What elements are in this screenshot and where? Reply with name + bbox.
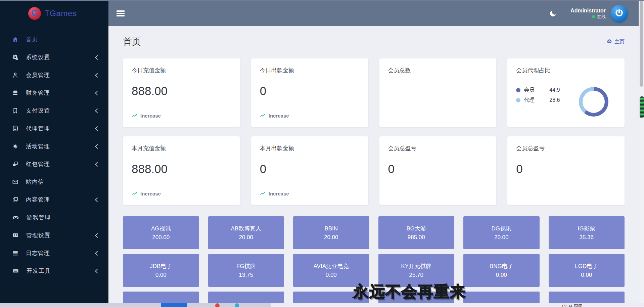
sidebar-item-label: 支付设置 [26, 107, 50, 115]
card-title: 会员总数 [388, 67, 488, 74]
stat-card-member-agent-ratio: 会员代理占比 会员 44.9 代理 28.6 [507, 58, 625, 127]
breadcrumb[interactable]: 主页 [607, 39, 625, 45]
chevron-left-icon [95, 268, 100, 273]
game-button-ab[interactable]: AB欧博真人20.00 [208, 216, 284, 249]
user-menu[interactable]: Administrator 在线 [570, 7, 606, 19]
sidebar-item-label: 首页 [26, 36, 38, 43]
game-button-bng[interactable]: BNG电子0.00 [463, 254, 540, 287]
online-status-dot [592, 15, 595, 18]
sidebar-item-system-settings[interactable]: 系统设置 [0, 48, 108, 66]
taskbar-tray-panel [271, 303, 644, 307]
sidebar-item-activities[interactable]: 活动管理 [0, 137, 108, 155]
taskbar-app-icon[interactable] [215, 303, 220, 307]
chevron-left-icon [95, 73, 100, 77]
sidebar-item-dev-tools[interactable]: 开发工具 [0, 262, 108, 280]
page-title: 首页 [123, 36, 141, 48]
brand-name: TGames [45, 9, 77, 18]
card-title: 会员总盈亏 [516, 144, 616, 152]
window-top-strip [0, 0, 644, 1]
page-scrollbar[interactable] [639, 1, 644, 307]
chevron-left-icon [95, 197, 100, 202]
donut-legend: 会员 44.9 代理 28.6 [516, 85, 560, 105]
sidebar-item-home[interactable]: 首页 [0, 31, 108, 48]
envelope-icon [12, 179, 18, 185]
stat-card-today-deposit: 今日充值金额 888.00 Increase [123, 58, 240, 127]
stat-cards-row-2: 本月充值金额 888.00 Increase 本月出款金额 0 Increase… [123, 136, 625, 205]
gears-icon [12, 54, 18, 60]
sidebar-item-agents[interactable]: 代理管理 [0, 120, 108, 137]
game-button-ag[interactable]: AG视讯200.00 [123, 216, 199, 249]
main-content: 首页 主页 今日充值金额 888.00 Increase 今日出款金额 0 In… [108, 26, 639, 307]
hamburger-menu-button[interactable] [117, 9, 125, 17]
address-book-icon [12, 125, 18, 132]
sidebar-item-members[interactable]: 会员管理 [0, 66, 108, 84]
taskbar-clock: 15:34 周四 [561, 303, 582, 307]
taskbar-app-icon[interactable] [235, 303, 239, 307]
sidebar-item-games[interactable]: 游戏管理 [0, 209, 108, 226]
stat-card-month-withdraw: 本月出款金额 0 Increase [251, 136, 368, 205]
legend-item-agents: 代理 28.6 [516, 95, 560, 105]
sidebar-item-logs[interactable]: 日志管理 [0, 244, 108, 262]
game-button-bbin[interactable]: BBIN20.00 [293, 216, 369, 249]
sidebar-item-content[interactable]: 内容管理 [0, 191, 108, 209]
card-footer-label: Increase [140, 113, 161, 119]
keyboard-icon [12, 268, 19, 274]
card-footer-label: Increase [140, 191, 161, 196]
packet-icon [12, 161, 18, 167]
trend-up-icon [132, 190, 138, 197]
stat-card-total-members: 会员总数 [379, 58, 497, 127]
scrollbar-marker [640, 96, 644, 118]
game-button-lgd[interactable]: LGD电子0.00 [549, 254, 625, 287]
sidebar-item-payment[interactable]: 支付设置 [0, 102, 108, 120]
donut-chart [579, 87, 608, 117]
user-icon [12, 72, 18, 78]
chevron-left-icon [95, 233, 100, 237]
taskbar-active-app[interactable] [161, 303, 187, 307]
legend-dot [516, 98, 520, 102]
online-status-label: 在线 [597, 14, 606, 19]
game-button-jdb[interactable]: JDB电子0.00 [123, 254, 199, 287]
database-icon [12, 90, 18, 96]
sidebar: G TGames 首页 系统设置 会员管理 财务管理 支付设置 [0, 0, 108, 307]
notifications-bell-icon[interactable] [532, 9, 540, 17]
sidebar-menu: 首页 系统设置 会员管理 财务管理 支付设置 代理管理 [0, 31, 108, 280]
list-icon [12, 250, 18, 256]
brand-logo-icon: G [28, 7, 41, 20]
legend-dot [516, 88, 520, 92]
sidebar-item-label: 开发工具 [27, 267, 51, 275]
sidebar-item-label: 内容管理 [26, 196, 50, 204]
bookmark-icon [12, 107, 18, 114]
card-title: 会员总盈亏 [388, 144, 488, 152]
sidebar-item-messages[interactable]: 站内信 [0, 173, 108, 191]
chevron-left-icon [95, 162, 100, 166]
sidebar-item-red-packets[interactable]: 红包管理 [0, 155, 108, 173]
sidebar-item-label: 财务管理 [26, 89, 50, 97]
card-footer-label: Increase [269, 113, 289, 119]
power-icon [614, 8, 624, 19]
game-button-dg[interactable]: DG视讯20.00 [463, 216, 540, 249]
avatar[interactable] [610, 5, 628, 22]
sidebar-item-finance[interactable]: 财务管理 [0, 84, 108, 102]
stat-card-member-profit-2: 会员总盈亏 0 [507, 136, 625, 205]
chevron-left-icon [95, 251, 100, 255]
game-button-ig[interactable]: IG彩票35.36 [549, 216, 625, 249]
game-button-bg[interactable]: BG大游985.00 [378, 216, 455, 249]
stat-card-month-deposit: 本月充值金额 888.00 Increase [123, 136, 240, 205]
trend-up-icon [260, 113, 266, 119]
trend-up-icon [260, 190, 266, 197]
sidebar-item-label: 会员管理 [26, 71, 50, 79]
sidebar-item-label: 管理设置 [26, 231, 50, 239]
sidebar-item-label: 日志管理 [26, 249, 50, 257]
card-title: 今日出款金额 [260, 67, 360, 74]
breadcrumb-label: 主页 [614, 39, 625, 45]
logo[interactable]: G TGames [0, 1, 108, 26]
card-value: 0 [260, 84, 360, 98]
card-title: 本月充值金额 [132, 144, 231, 152]
card-footer-label: Increase [269, 191, 289, 196]
dark-mode-moon-icon[interactable] [549, 9, 557, 17]
scrollbar-thumb[interactable] [640, 1, 643, 87]
game-button-fg[interactable]: FG棋牌13.75 [208, 254, 284, 287]
sidebar-item-admin-settings[interactable]: 管理设置 [0, 226, 108, 244]
os-taskbar: 15:34 周四 [0, 303, 644, 307]
top-navbar: Administrator 在线 [108, 1, 639, 26]
